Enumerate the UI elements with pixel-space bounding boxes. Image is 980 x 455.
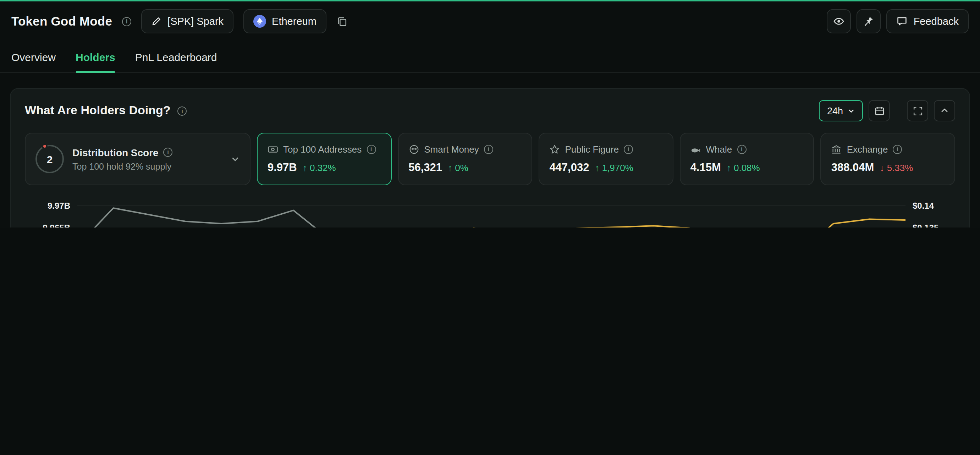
info-icon[interactable] <box>893 145 902 154</box>
bank-icon <box>831 144 842 155</box>
panel-title: What Are Holders Doing? <box>25 103 171 118</box>
axis-tick: $0.14 <box>913 201 934 211</box>
fullscreen-icon <box>912 105 923 116</box>
stat-change: ↑ 0.32% <box>303 162 336 173</box>
stat-card-top-100-addresses[interactable]: Top 100 Addresses 9.97B ↑ 0.32% <box>257 133 391 185</box>
tab-pnl-leaderboard[interactable]: PnL Leaderboard <box>135 41 217 72</box>
chain-selector-button[interactable]: Ethereum <box>243 9 326 33</box>
ethereum-logo-icon <box>253 15 266 28</box>
info-icon[interactable] <box>624 145 633 154</box>
axis-tick: 9.965B <box>43 223 70 228</box>
token-god-mode-page: Token God Mode [SPK] Spark Ethereum F <box>0 0 980 228</box>
tab-bar: Overview Holders PnL Leaderboard <box>0 41 980 73</box>
pin-button[interactable] <box>857 9 881 33</box>
eye-icon <box>834 16 845 27</box>
feedback-button[interactable]: Feedback <box>887 9 969 33</box>
feedback-label: Feedback <box>914 16 959 27</box>
token-selector-label: [SPK] Spark <box>167 16 224 27</box>
stat-value: 4.15M <box>690 161 721 174</box>
left-axis-name: Balance <box>25 202 38 228</box>
holders-chart: Balance 9.97B9.965B9.96B9.955B9.95B9.945… <box>25 202 955 228</box>
right-axis-ticks: $0.14$0.135$0.13$0.125$0.12$0.115$0.11$0… <box>905 202 942 228</box>
stat-value: 447,032 <box>549 161 589 174</box>
info-icon[interactable] <box>178 106 187 115</box>
info-icon[interactable] <box>164 148 173 157</box>
collapse-button[interactable] <box>934 100 955 121</box>
stat-title: Smart Money <box>424 144 479 155</box>
stat-value: 56,321 <box>408 161 442 174</box>
tab-overview[interactable]: Overview <box>11 41 56 72</box>
cash-icon <box>267 144 278 155</box>
panel-controls: 24h <box>819 100 955 121</box>
copy-button[interactable] <box>336 16 348 27</box>
stat-title: Whale <box>706 144 732 155</box>
stat-title: Public Figure <box>565 144 619 155</box>
distribution-score-card[interactable]: 2 Distribution Score Top 100 hold 92% su… <box>25 133 250 185</box>
stat-title: Exchange <box>847 144 888 155</box>
series-balance <box>77 220 905 228</box>
page-title: Token God Mode <box>11 14 112 29</box>
distribution-score-subtitle: Top 100 hold 92% supply <box>72 161 222 172</box>
notification-dot <box>42 143 48 149</box>
stat-title: Top 100 Addresses <box>283 144 361 155</box>
info-icon[interactable] <box>737 145 746 154</box>
series-token-price <box>77 208 905 228</box>
header-actions: Feedback <box>827 9 969 33</box>
timeframe-dropdown[interactable]: 24h <box>819 100 863 121</box>
fullscreen-button[interactable] <box>907 100 928 121</box>
copy-icon <box>336 16 348 27</box>
axis-tick: 9.97B <box>48 201 70 211</box>
calendar-button[interactable] <box>869 100 890 121</box>
watch-button[interactable] <box>827 9 851 33</box>
holders-activity-panel: What Are Holders Doing? 24h <box>10 88 970 228</box>
info-icon[interactable] <box>122 17 131 26</box>
axis-tick: $0.135 <box>913 223 939 228</box>
stat-card-exchange[interactable]: Exchange 388.04M ↓ 5.33% <box>821 133 955 185</box>
smart-money-icon <box>408 144 419 155</box>
stat-value: 388.04M <box>831 161 874 174</box>
stat-card-smart-money[interactable]: Smart Money 56,321 ↑ 0% <box>398 133 532 185</box>
stat-change: ↑ 0% <box>448 162 468 173</box>
chain-selector-label: Ethereum <box>272 16 317 27</box>
stat-change: ↑ 0.08% <box>727 162 760 173</box>
panel-header: What Are Holders Doing? 24h <box>25 100 955 121</box>
distribution-score-text: Distribution Score Top 100 hold 92% supp… <box>72 146 222 172</box>
stat-value: 9.97B <box>267 161 297 174</box>
header: Token God Mode [SPK] Spark Ethereum F <box>0 2 980 41</box>
chevron-up-icon <box>940 106 950 116</box>
pencil-icon <box>151 16 162 27</box>
stat-card-whale[interactable]: Whale 4.15M ↑ 0.08% <box>680 133 814 185</box>
stat-card-public-figure[interactable]: Public Figure 447,032 ↑ 1,970% <box>539 133 673 185</box>
holders-chart-svg <box>77 202 905 228</box>
chart-plot-area[interactable] <box>77 202 905 228</box>
calendar-icon <box>874 105 885 116</box>
chevron-down-icon[interactable] <box>231 154 240 164</box>
public-figure-icon <box>549 144 560 155</box>
stat-cards-row: 2 Distribution Score Top 100 hold 92% su… <box>25 133 955 185</box>
chat-bubble-icon <box>897 16 908 27</box>
token-selector-button[interactable]: [SPK] Spark <box>141 9 234 33</box>
info-icon[interactable] <box>484 145 493 154</box>
info-icon[interactable] <box>366 145 376 154</box>
timeframe-value: 24h <box>827 105 843 116</box>
whale-icon <box>690 144 701 155</box>
stat-change: ↑ 1,970% <box>595 162 633 173</box>
left-axis-ticks: 9.97B9.965B9.96B9.955B9.95B9.945B9.94B9.… <box>38 202 77 228</box>
distribution-score-value: 2 <box>35 145 64 173</box>
tab-holders[interactable]: Holders <box>76 41 115 72</box>
chevron-down-icon <box>847 107 855 115</box>
distribution-score-ring: 2 <box>35 145 64 173</box>
stat-change: ↓ 5.33% <box>880 162 913 173</box>
pin-icon <box>863 16 875 27</box>
right-axis-name: Token Price <box>942 202 955 228</box>
distribution-score-title: Distribution Score <box>72 146 159 158</box>
